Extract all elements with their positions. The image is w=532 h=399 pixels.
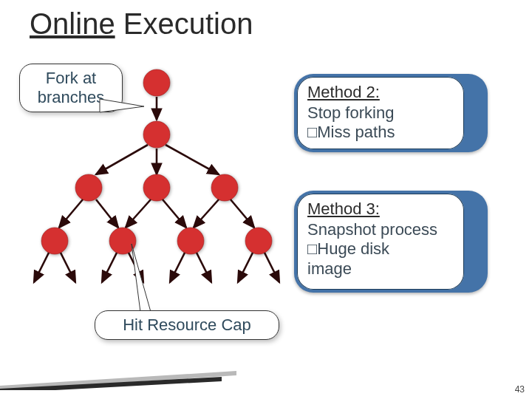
svg-line-13 [102, 253, 117, 282]
method-3-box: Method 3: Snapshot process □Huge disk im… [294, 191, 488, 293]
method-2-line1: Stop forking [307, 103, 454, 123]
node-l3-d [245, 228, 272, 254]
slide-title: Online Execution [30, 7, 253, 41]
method-3-line3: image [307, 259, 454, 279]
svg-line-4 [166, 145, 219, 174]
svg-line-12 [61, 253, 75, 282]
method-2-title: Method 2: [307, 83, 454, 102]
title-rest: Execution [115, 7, 253, 40]
svg-line-8 [163, 200, 186, 228]
callout-hit-label: Hit Resource Cap [123, 316, 251, 334]
svg-line-10 [231, 200, 254, 228]
method-2-line2: □Miss paths [307, 123, 454, 142]
node-l3-a [41, 228, 68, 254]
node-l2-a [75, 174, 102, 201]
method-3-line2: □Huge disk [307, 239, 454, 259]
node-l3-c [177, 228, 204, 254]
node-root [143, 69, 170, 96]
callout-hit-tail [121, 244, 166, 318]
svg-line-2 [96, 145, 148, 174]
bottom-decoration [0, 371, 236, 390]
page-number: 43 [515, 384, 525, 395]
title-underlined: Online [30, 7, 115, 40]
svg-marker-19 [132, 244, 151, 312]
node-l1 [143, 121, 170, 148]
svg-line-18 [265, 253, 279, 282]
svg-line-16 [197, 253, 211, 282]
svg-line-15 [170, 253, 185, 282]
node-l2-c [211, 174, 238, 201]
method-3-line1: Snapshot process [307, 220, 454, 239]
svg-line-17 [238, 253, 253, 282]
svg-line-5 [59, 200, 83, 228]
node-l2-b [143, 174, 170, 201]
callout-hit: Hit Resource Cap [95, 310, 279, 340]
method-2-box: Method 2: Stop forking □Miss paths [294, 74, 488, 152]
svg-line-6 [96, 200, 118, 228]
method-3-title: Method 3: [307, 200, 454, 219]
svg-line-7 [126, 200, 151, 228]
svg-line-9 [194, 200, 219, 228]
svg-line-11 [34, 253, 49, 282]
